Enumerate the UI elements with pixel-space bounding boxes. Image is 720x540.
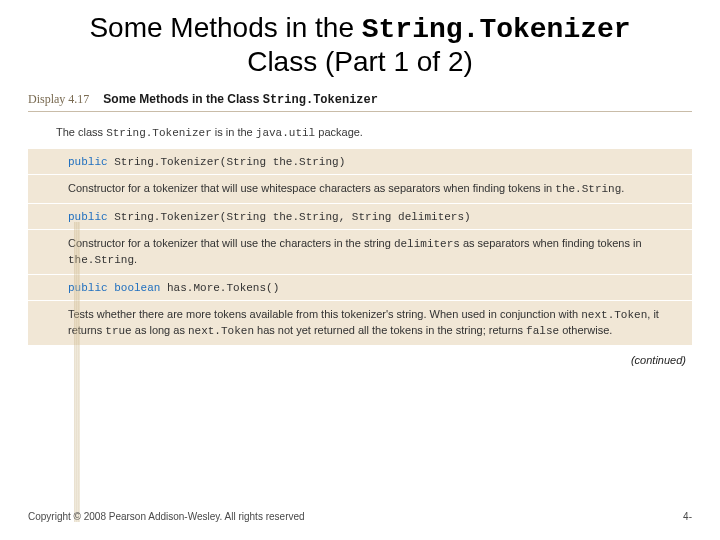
slide-title: Some Methods in the String.Tokenizer Cla… <box>28 12 692 78</box>
signature: public String.Tokenizer(String the.Strin… <box>68 156 345 168</box>
intro-text: The class String.Tokenizer is in the jav… <box>28 126 692 149</box>
description-row: Constructor for a tokenizer that will us… <box>28 230 692 275</box>
copyright-text: Copyright © 2008 Pearson Addison-Wesley.… <box>28 511 305 522</box>
display-heading-mono: String.Tokenizer <box>263 93 378 107</box>
signature: public String.Tokenizer(String the.Strin… <box>68 211 471 223</box>
signature: public boolean has.More.Tokens() <box>68 282 279 294</box>
description-row: Constructor for a tokenizer that will us… <box>28 175 692 204</box>
page-number: 4- <box>683 511 692 522</box>
signature-row: public String.Tokenizer(String the.Strin… <box>28 204 692 230</box>
display-heading: Some Methods in the Class String.Tokeniz… <box>103 92 378 107</box>
display-block: Display 4.17 Some Methods in the Class S… <box>28 92 692 365</box>
description-row: Tests whether there are more tokens avai… <box>28 301 692 346</box>
continued-label: (continued) <box>28 346 692 366</box>
title-pre: Some Methods in the <box>89 12 361 43</box>
signature-row: public String.Tokenizer(String the.Strin… <box>28 149 692 175</box>
title-mono: String.Tokenizer <box>362 14 631 45</box>
display-heading-pre: Some Methods in the Class <box>103 92 262 106</box>
slide: Some Methods in the String.Tokenizer Cla… <box>0 0 720 540</box>
signature-row: public boolean has.More.Tokens() <box>28 275 692 301</box>
display-label: Display 4.17 <box>28 92 89 107</box>
title-post: Class (Part 1 of 2) <box>247 46 473 77</box>
display-header: Display 4.17 Some Methods in the Class S… <box>28 92 692 112</box>
section: The class String.Tokenizer is in the jav… <box>28 126 692 365</box>
footer: Copyright © 2008 Pearson Addison-Wesley.… <box>28 511 692 522</box>
side-stripe <box>74 222 80 522</box>
